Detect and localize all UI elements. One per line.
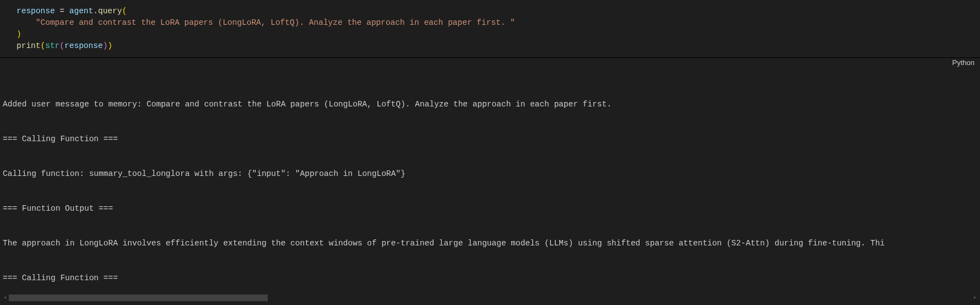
token-builtin-str: str (45, 41, 59, 50)
output-line: === Calling Function === (3, 272, 980, 284)
output-line: === Calling Function === (3, 133, 980, 145)
token-paren-open: ( (41, 41, 46, 50)
token-variable: response (17, 7, 55, 15)
token-string: "Compare and contrast the LoRA papers (L… (36, 18, 515, 27)
token-paren-close: ) (107, 41, 112, 50)
output-cell: Added user message to memory: Compare an… (0, 70, 980, 305)
token-function: query (98, 7, 122, 15)
token-indent (17, 18, 36, 27)
token-builtin-print: print (17, 41, 41, 50)
token-variable: response (64, 41, 103, 50)
token-operator: = (55, 7, 69, 15)
scroll-right-arrow-icon[interactable]: ▸ (972, 295, 978, 301)
scroll-left-arrow-icon[interactable]: ◂ (2, 295, 8, 301)
output-line: === Function Output === (3, 203, 980, 215)
code-line-3[interactable]: ) (17, 29, 980, 40)
language-label: Python (952, 58, 974, 68)
code-line-4[interactable]: print(str(response)) (17, 40, 980, 52)
token-dot: . (93, 7, 98, 15)
code-cell[interactable]: response = agent.query( "Compare and con… (0, 0, 980, 58)
scrollbar-track[interactable] (9, 295, 971, 301)
code-line-2[interactable]: "Compare and contrast the LoRA papers (L… (17, 17, 980, 29)
scrollbar-thumb[interactable] (9, 295, 268, 301)
output-line: The approach in LongLoRA involves effici… (3, 238, 980, 249)
code-line-1[interactable]: response = agent.query( (17, 6, 980, 17)
output-line: Added user message to memory: Compare an… (3, 99, 980, 110)
token-paren-open: ( (122, 7, 127, 15)
token-paren-open-inner: ( (59, 41, 64, 50)
token-variable: agent (69, 7, 94, 15)
output-line: Calling function: summary_tool_longlora … (3, 168, 980, 180)
token-paren-close: ) (17, 30, 21, 39)
horizontal-scrollbar[interactable]: ◂ ▸ (2, 294, 978, 302)
